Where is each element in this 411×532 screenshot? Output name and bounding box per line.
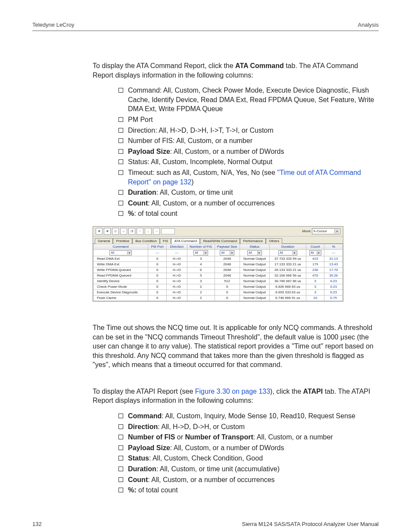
table-cell: 17.70	[324, 267, 343, 273]
table-cell: Normal Output	[240, 273, 269, 278]
table-cell: Normal Output	[240, 267, 269, 273]
table-row[interactable]: Write DMA Ext0H->D42048Normal Output17.1…	[93, 261, 343, 267]
text: Timeout: such as All, Custom, N/A, Yes, …	[128, 169, 277, 176]
report-figure: ❖ ❖ ⎙ ⌕ ◔ ↑ ↓ → Move X-Cursor ▾ Gen	[93, 226, 379, 302]
table-cell: 3	[306, 289, 324, 295]
down-arrow-icon[interactable]: ↓	[145, 228, 152, 235]
table-cell: 0.23	[324, 278, 343, 284]
col-percent[interactable]: %	[324, 244, 343, 249]
filter-cell[interactable]: All▾	[269, 249, 306, 256]
chevron-down-icon: ▾	[127, 251, 131, 255]
cross-ref-link[interactable]: Figure 3.30 on page 133	[195, 388, 270, 395]
col-status[interactable]: Status	[240, 244, 269, 249]
table-row[interactable]: Read FPDMA Queued0H->D52048Normal Output…	[93, 273, 343, 278]
table-cell: 13.43	[324, 261, 343, 267]
table-cell: 2	[187, 284, 215, 289]
table-row[interactable]: Check Power Mode0H->D20Normal Output6.82…	[93, 284, 343, 289]
text: : All, Custom, or a number of DWords	[170, 444, 284, 451]
atapi-bullet-list: Command: All, Custom, Inquiry, Mode Sens…	[93, 411, 379, 495]
checkbox-bullet-icon	[118, 456, 123, 460]
tab-fis[interactable]: FIS	[160, 238, 171, 244]
toolbar-button[interactable]: ❖	[96, 228, 103, 235]
table-row[interactable]: Write FPDMA Queued0H->D62048Normal Outpu…	[93, 267, 343, 273]
table-cell: H->D	[166, 284, 187, 289]
tab-bus-condition[interactable]: Bus Condition	[132, 238, 160, 244]
col-num-fis[interactable]: Number of FIS	[187, 244, 215, 249]
filter-value: ---	[332, 251, 335, 255]
toolbar-button[interactable]: ◔	[128, 228, 135, 235]
bold: Duration	[128, 189, 156, 196]
checkbox-bullet-icon	[118, 190, 123, 195]
table-row[interactable]: Flush Cache0H->D20Normal Output6.746 666…	[93, 295, 343, 301]
col-direction[interactable]: Direction	[166, 244, 187, 249]
bullet-item: PM Port	[118, 115, 379, 124]
col-duration[interactable]: Duration	[269, 244, 306, 249]
move-select[interactable]: X-Cursor ▾	[312, 228, 340, 234]
table-cell: 32.106 666 56 us	[269, 273, 306, 278]
preview-icon[interactable]: ⌕	[120, 228, 127, 235]
table-cell: Read FPDMA Queued	[93, 273, 148, 278]
text: : of total count	[134, 210, 177, 217]
text: : All, Custom, or a number of occurrence…	[148, 199, 274, 207]
bold: %:	[128, 486, 137, 494]
filter-cell[interactable]: All▾	[93, 249, 148, 256]
filter-value: All	[110, 251, 115, 255]
bold: Status	[128, 454, 149, 462]
table-cell: Normal Output	[240, 261, 269, 267]
table-cell: Normal Output	[240, 256, 269, 261]
bold: Direction	[128, 423, 158, 430]
print-icon[interactable]: ⎙	[112, 228, 119, 235]
checkbox-bullet-icon	[118, 424, 123, 429]
filter-value: All	[279, 251, 283, 255]
table-cell: 3	[187, 256, 215, 261]
checkbox-bullet-icon	[118, 211, 123, 216]
bullet-item: Duration: All, Custom, or time unit (acc…	[118, 464, 379, 474]
table-cell: 0	[148, 267, 166, 273]
table-cell: H->D	[166, 289, 187, 295]
filter-value: All	[248, 251, 252, 255]
filter-value: ---	[156, 251, 159, 255]
text: Command: All, Custom, Check Power Mode, …	[128, 87, 374, 112]
toolbar-input[interactable]	[161, 228, 175, 234]
tab-general[interactable]: General	[95, 238, 113, 244]
col-count[interactable]: Count	[306, 244, 324, 249]
timeout-paragraph: The Time out shows the NCQ time out. It …	[93, 323, 379, 370]
filter-cell[interactable]: All▾	[215, 249, 240, 256]
table-cell: 0	[148, 273, 166, 278]
col-pm-port[interactable]: PM Port	[148, 244, 166, 249]
filter-value: All	[221, 251, 225, 255]
chevron-down-icon: ▾	[230, 251, 234, 255]
col-command[interactable]: Command	[93, 244, 148, 249]
filter-cell[interactable]: All▾	[240, 249, 269, 256]
tab-performance[interactable]: Performance	[240, 238, 266, 244]
text: : All, H->D, D->H, or Custom	[158, 423, 245, 430]
up-arrow-icon[interactable]: ↑	[137, 228, 143, 235]
right-arrow-icon[interactable]: →	[153, 228, 160, 235]
page-number: 132	[32, 521, 42, 527]
filter-cell[interactable]: All▾	[187, 249, 215, 256]
bold: Number of Transport	[185, 433, 253, 441]
filter-cell[interactable]: All▾	[306, 249, 324, 256]
table-row[interactable]: Read DMA Ext0H->D32048Normal Output37.73…	[93, 256, 343, 261]
bold: Count	[128, 476, 148, 483]
checkbox-bullet-icon	[118, 467, 123, 471]
text: PM Port	[128, 116, 153, 123]
tab-primitive[interactable]: Primitive	[113, 238, 132, 244]
chevron-down-icon: ▾	[203, 251, 207, 255]
bullet-item: Status: All, Custom, Check Condition, Go…	[118, 454, 379, 463]
ata-bullet-list: Command: All, Custom, Check Power Mode, …	[93, 86, 379, 218]
bullet-item: Number of FIS: All, Custom, or a number	[118, 136, 379, 146]
col-payload-size[interactable]: Payload Size	[215, 244, 240, 249]
tab-ata-command[interactable]: ATA Command	[171, 238, 200, 244]
table-cell: Normal Output	[240, 289, 269, 295]
toolbar-button[interactable]: ❖	[104, 228, 111, 235]
table-row[interactable]: Execute Device Diagnostic0H->D20Normal O…	[93, 289, 343, 295]
text: Direction: All, H->D, D->H, I->T, T->I, …	[128, 127, 274, 134]
table-cell: 0	[148, 278, 166, 284]
filter-cell: ---	[324, 249, 343, 256]
tab-rw-command[interactable]: Read/Write Command	[200, 238, 240, 244]
text: To display the ATA Command Report, click…	[93, 62, 235, 69]
tab-others[interactable]: Others	[266, 238, 282, 244]
report-toolbar: ❖ ❖ ⎙ ⌕ ◔ ↑ ↓ → Move X-Cursor ▾	[93, 227, 343, 236]
table-row[interactable]: Identify Device0H->D3512Normal Output30.…	[93, 278, 343, 284]
